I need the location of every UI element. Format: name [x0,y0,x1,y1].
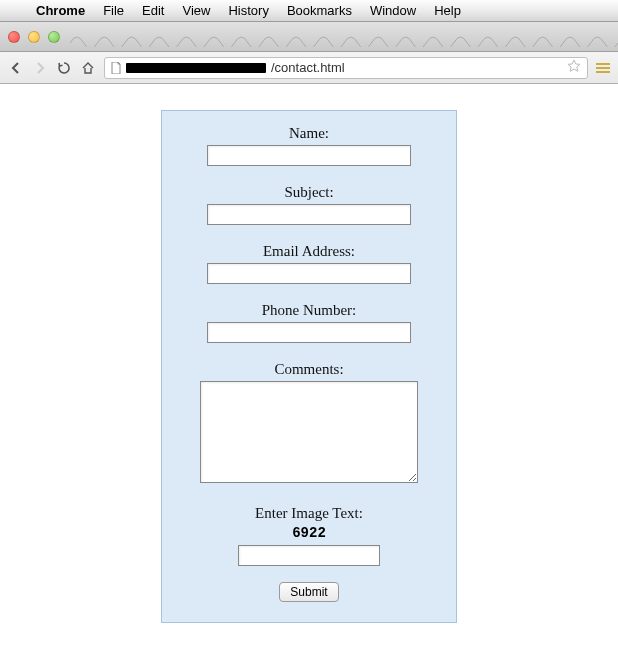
tab-strip [0,22,618,52]
phone-input[interactable] [207,322,411,343]
captcha-label: Enter Image Text: [182,505,436,522]
email-input[interactable] [207,263,411,284]
window-controls [8,31,60,43]
captcha-image-text: 6922 [182,525,436,541]
menubar-file[interactable]: File [103,3,124,18]
minimize-window-button[interactable] [28,31,40,43]
phone-label: Phone Number: [182,302,436,319]
email-field-group: Email Address: [182,243,436,284]
bookmark-star-icon[interactable] [567,59,581,76]
subject-label: Subject: [182,184,436,201]
comments-label: Comments: [182,361,436,378]
menubar-edit[interactable]: Edit [142,3,164,18]
home-button[interactable] [80,60,96,76]
comments-field-group: Comments: [182,361,436,487]
browser-toolbar: /contact.html [0,52,618,84]
menubar-window[interactable]: Window [370,3,416,18]
comments-textarea[interactable] [200,381,418,483]
email-label: Email Address: [182,243,436,260]
chrome-menu-icon[interactable] [596,63,610,73]
menubar-view[interactable]: View [182,3,210,18]
phone-field-group: Phone Number: [182,302,436,343]
subject-field-group: Subject: [182,184,436,225]
captcha-input[interactable] [238,545,380,566]
menubar-app[interactable]: Chrome [36,3,85,18]
file-icon [111,62,121,74]
macos-menubar: Chrome File Edit View History Bookmarks … [0,0,618,22]
zoom-window-button[interactable] [48,31,60,43]
close-window-button[interactable] [8,31,20,43]
name-input[interactable] [207,145,411,166]
menubar-bookmarks[interactable]: Bookmarks [287,3,352,18]
browser-window: /contact.html Name: Subject: Email Addre [0,22,618,623]
menubar-help[interactable]: Help [434,3,461,18]
name-label: Name: [182,125,436,142]
captcha-field-group: Enter Image Text: 6922 [182,505,436,566]
menubar-history[interactable]: History [228,3,268,18]
back-button[interactable] [8,60,24,76]
url-redacted [126,63,266,73]
forward-button[interactable] [32,60,48,76]
url-path: /contact.html [271,60,345,75]
reload-button[interactable] [56,60,72,76]
submit-button[interactable]: Submit [279,582,338,602]
contact-form-panel: Name: Subject: Email Address: Phone Numb… [161,110,457,623]
name-field-group: Name: [182,125,436,166]
page-viewport: Name: Subject: Email Address: Phone Numb… [0,84,618,623]
tab-wavy-decoration [70,29,618,47]
subject-input[interactable] [207,204,411,225]
address-bar[interactable]: /contact.html [104,57,588,79]
